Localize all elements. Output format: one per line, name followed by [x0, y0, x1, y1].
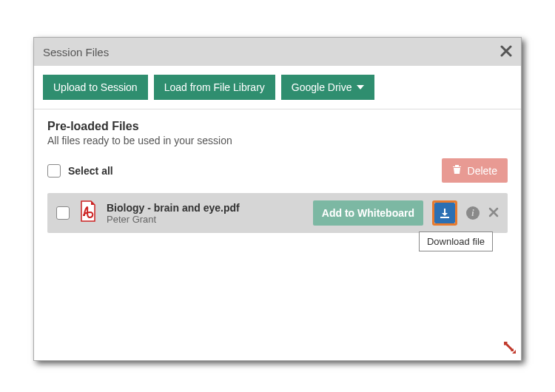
load-from-library-button[interactable]: Load from File Library: [154, 75, 275, 100]
panel-body: Pre-loaded Files All files ready to be u…: [34, 109, 521, 243]
download-icon: [439, 207, 451, 219]
trash-icon: [452, 164, 462, 177]
download-button[interactable]: [434, 203, 455, 223]
select-all-group: Select all: [47, 164, 113, 178]
google-drive-label: Google Drive: [292, 81, 352, 93]
section-title: Pre-loaded Files: [47, 120, 508, 133]
file-owner: Peter Grant: [107, 214, 304, 225]
download-highlight: [432, 200, 457, 226]
close-icon[interactable]: [500, 44, 512, 60]
toolbar: Upload to Session Load from File Library…: [34, 66, 521, 109]
file-meta: Biology - brain and eye.pdf Peter Grant: [107, 202, 304, 225]
pdf-icon: [78, 200, 98, 226]
file-checkbox[interactable]: [56, 206, 70, 220]
delete-label: Delete: [468, 165, 497, 177]
add-to-whiteboard-button[interactable]: Add to Whiteboard: [313, 200, 423, 226]
google-drive-button[interactable]: Google Drive: [281, 75, 374, 100]
remove-file-icon[interactable]: [488, 206, 499, 220]
panel-title: Session Files: [43, 46, 109, 58]
delete-button[interactable]: Delete: [442, 158, 508, 183]
chevron-down-icon: [357, 85, 364, 89]
selection-row: Select all Delete: [47, 158, 508, 183]
info-icon[interactable]: i: [466, 206, 480, 220]
file-name: Biology - brain and eye.pdf: [107, 202, 304, 214]
download-tooltip: Download file: [419, 232, 493, 251]
resize-handle-icon[interactable]: [503, 341, 517, 357]
session-files-panel: Session Files Upload to Session Load fro…: [33, 37, 522, 361]
panel-header: Session Files: [34, 38, 521, 66]
upload-to-session-button[interactable]: Upload to Session: [43, 75, 148, 100]
select-all-label: Select all: [68, 165, 113, 177]
file-row: Biology - brain and eye.pdf Peter Grant …: [47, 193, 508, 233]
select-all-checkbox[interactable]: [47, 164, 61, 178]
section-subtitle: All files ready to be used in your sessi…: [47, 135, 508, 146]
